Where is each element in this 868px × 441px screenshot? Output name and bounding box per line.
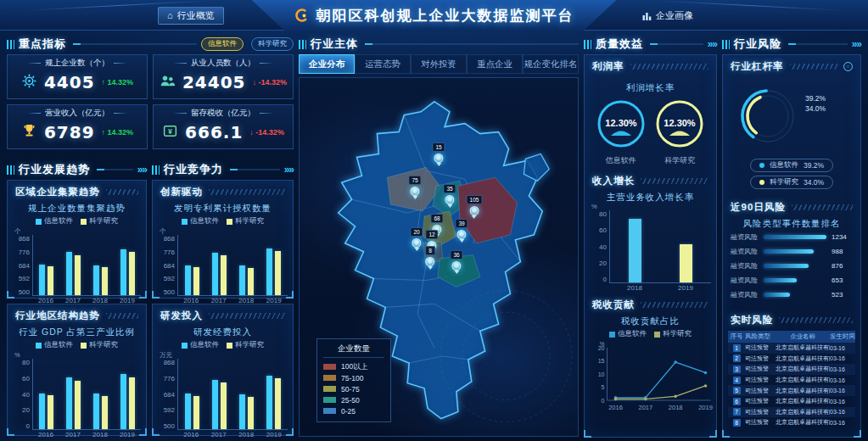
more-arrows-icon[interactable]: »»	[284, 164, 294, 176]
nav-enterprise-portrait[interactable]: 企业画像	[634, 7, 702, 25]
table-row[interactable]: 1司法预警北京启航卓越科技有限公司03-16	[728, 343, 855, 354]
location-pin-icon	[434, 154, 443, 163]
tab-1[interactable]: 运营态势	[355, 54, 411, 74]
kpi-card-title: 营业收入（亿元）	[8, 108, 147, 119]
y-axis-unit: 个	[14, 227, 21, 236]
section-bars-icon	[7, 40, 14, 49]
y-tick: 0	[26, 422, 30, 430]
table-row[interactable]: 6司法预警北京启航卓越科技有限公司03-16	[728, 396, 855, 407]
bar-group	[185, 394, 199, 429]
table-row[interactable]: 7司法预警北京启航卓越科技有限公司03-16	[728, 407, 855, 418]
cell-index: 4	[728, 377, 745, 384]
cell-index: 5	[728, 387, 745, 394]
table-row[interactable]: 3司法预警北京启航卓越科技有限公司03-16	[728, 364, 855, 375]
hatch-decoration	[106, 189, 138, 195]
bar-group	[680, 244, 692, 282]
legend-item: 信息软件	[182, 216, 219, 226]
map-marker[interactable]: 36	[450, 245, 462, 274]
map-marker[interactable]: 15	[432, 137, 445, 166]
legend-label: 科学研究	[235, 340, 264, 350]
x-tick: 2016	[183, 431, 199, 438]
bar-group	[39, 265, 53, 295]
table-row[interactable]: 8司法预警北京启航卓越科技有限公司03-16	[728, 417, 855, 428]
tab-3[interactable]: 重点企业	[467, 54, 523, 74]
map-marker[interactable]: 39	[455, 214, 468, 243]
section-divider-line	[788, 43, 848, 45]
location-pin-tail	[472, 215, 477, 219]
panel-subheader: 实时风险	[723, 309, 860, 329]
map-marker[interactable]: 75	[408, 170, 421, 199]
income-growth-block: 收入增长 主营业务收入增长率%80604020020182019	[585, 170, 716, 292]
map-marker[interactable]: 8	[425, 241, 435, 270]
hbar-row: 融资风险523	[723, 287, 860, 302]
chart-title: 发明专利累计授权数量	[153, 203, 293, 215]
bar-chart: 个868776684592500	[8, 228, 146, 296]
trophy-icon	[21, 123, 37, 142]
filter-pill-research[interactable]: 科学研究	[251, 37, 294, 51]
location-pin-icon	[445, 195, 454, 204]
table-row[interactable]: 2司法预警北京启航卓越科技有限公司03-16	[728, 354, 855, 365]
hbar-track	[764, 235, 826, 239]
y-tick: 776	[164, 375, 175, 382]
dash-decoration	[114, 113, 127, 114]
svg-text:12.30%: 12.30%	[664, 118, 697, 128]
hbar-label: 融资风险	[731, 232, 759, 242]
hatch-decoration	[641, 302, 708, 308]
nav-industry-overview[interactable]: ⌂ 行业概览	[158, 7, 224, 25]
info-icon[interactable]: ◦	[843, 62, 853, 71]
kpi-section: 重点指标 信息软件 科学研究 规上企业数（个）4405↑ 14.32%从业人员数…	[7, 37, 294, 149]
svg-text:10: 10	[598, 371, 605, 377]
legend-value: 39.2%	[804, 161, 824, 170]
bar-chart: 个868776684592500	[153, 228, 293, 296]
kpi-value: 666.1	[185, 122, 243, 142]
table-row[interactable]: 5司法预警北京启航卓越科技有限公司03-16	[728, 385, 855, 396]
legend-item: 科学研究	[227, 340, 264, 350]
table-row[interactable]: 4司法预警北京启航卓越科技有限公司03-16	[728, 375, 855, 386]
leverage-legend-item: 信息软件39.2%	[750, 159, 833, 172]
y-axis-ticks: 806040200	[13, 359, 32, 430]
hbar-bar	[764, 249, 814, 254]
chart-title: 规上企业数量集聚趋势	[8, 203, 146, 215]
legend-label: 科学研究	[235, 216, 264, 226]
more-arrows-icon[interactable]: »»	[708, 38, 717, 50]
plot-area	[32, 235, 141, 296]
more-arrows-icon[interactable]: »»	[852, 38, 861, 50]
bar	[120, 374, 126, 429]
more-arrows-icon[interactable]: »»	[137, 164, 147, 176]
cell-company: 北京启航卓越科技有限公司	[776, 354, 830, 363]
map-marker[interactable]: 35	[443, 179, 456, 208]
section-bars-icon	[299, 40, 306, 49]
x-axis-labels: 2016201720182019	[172, 430, 293, 438]
svg-text:%: %	[600, 341, 605, 347]
tab-4[interactable]: 规企变化排名	[523, 54, 579, 74]
bar	[48, 266, 53, 295]
y-tick: 776	[19, 248, 30, 256]
chart-gdp-share: 行业 GDP 占第三产业比例信息软件科学研究%80604020020162017…	[8, 327, 146, 438]
legend-swatch	[36, 219, 42, 225]
tab-0[interactable]: 企业分布	[299, 54, 355, 74]
y-axis-unit: 个	[160, 227, 166, 236]
profit-gauges: 12.30%信息软件12.30%科学研究	[585, 94, 716, 168]
y-tick: 868	[164, 235, 175, 243]
kpi-value: 6789	[44, 122, 95, 142]
realtime-risk-block: 实时风险 序号风险类型企业名称发生时间1司法预警北京启航卓越科技有限公司03-1…	[723, 309, 860, 428]
chart-title: 主营业务收入增长率	[585, 192, 716, 204]
filter-pill-software[interactable]: 信息软件	[201, 37, 244, 51]
hbar-bar	[764, 264, 809, 268]
hbar-track	[764, 249, 826, 254]
svg-text:¥: ¥	[168, 126, 172, 135]
chart-tax-share: 税收贡献占比信息软件科学研究05101520%2016201720182019	[585, 315, 716, 422]
bar-group	[93, 394, 108, 429]
legend-label: 信息软件	[190, 216, 219, 226]
bar-group	[266, 248, 281, 295]
hbar-value: 523	[832, 291, 853, 299]
tab-2[interactable]: 对外投资	[411, 54, 467, 74]
legend-swatch	[227, 219, 232, 225]
y-tick: 500	[164, 422, 175, 430]
map-marker[interactable]: 20	[410, 222, 423, 251]
map-marker[interactable]: 105	[467, 190, 483, 219]
bar	[266, 248, 272, 295]
panel-title: 研发投入	[160, 310, 203, 322]
legend-item: 信息软件	[609, 329, 647, 339]
legend-label: 信息软件	[44, 216, 73, 226]
